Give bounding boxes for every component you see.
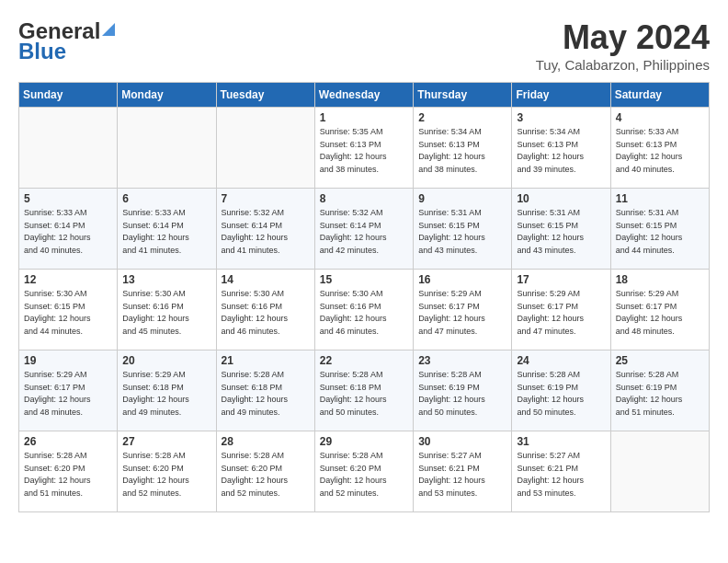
day-number: 22 xyxy=(320,354,408,367)
title-block: May 2024 Tuy, Calabarzon, Philippines xyxy=(536,18,710,73)
day-info: Sunrise: 5:34 AM Sunset: 6:13 PM Dayligh… xyxy=(418,126,506,176)
day-info: Sunrise: 5:27 AM Sunset: 6:21 PM Dayligh… xyxy=(418,450,506,500)
weekday-sunday: Sunday xyxy=(19,83,118,108)
day-info: Sunrise: 5:28 AM Sunset: 6:20 PM Dayligh… xyxy=(320,450,408,500)
calendar-cell: 21Sunrise: 5:28 AM Sunset: 6:18 PM Dayli… xyxy=(216,350,314,431)
day-number: 21 xyxy=(222,354,310,367)
calendar-cell xyxy=(118,108,216,189)
day-number: 13 xyxy=(122,273,210,286)
calendar-cell: 17Sunrise: 5:29 AM Sunset: 6:17 PM Dayli… xyxy=(512,270,610,350)
calendar-cell: 24Sunrise: 5:28 AM Sunset: 6:19 PM Dayli… xyxy=(512,350,610,431)
weekday-tuesday: Tuesday xyxy=(216,83,314,108)
day-info: Sunrise: 5:28 AM Sunset: 6:19 PM Dayligh… xyxy=(418,369,506,419)
calendar-cell: 23Sunrise: 5:28 AM Sunset: 6:19 PM Dayli… xyxy=(414,350,512,431)
day-info: Sunrise: 5:29 AM Sunset: 6:18 PM Dayligh… xyxy=(122,369,210,419)
day-info: Sunrise: 5:28 AM Sunset: 6:18 PM Dayligh… xyxy=(320,369,408,419)
calendar-cell: 6Sunrise: 5:33 AM Sunset: 6:14 PM Daylig… xyxy=(118,189,216,270)
calendar-cell: 3Sunrise: 5:34 AM Sunset: 6:13 PM Daylig… xyxy=(512,108,610,189)
calendar-cell: 12Sunrise: 5:30 AM Sunset: 6:15 PM Dayli… xyxy=(19,270,118,350)
day-number: 17 xyxy=(517,273,605,286)
day-number: 23 xyxy=(418,354,506,367)
calendar-cell: 1Sunrise: 5:35 AM Sunset: 6:13 PM Daylig… xyxy=(314,108,413,189)
day-info: Sunrise: 5:32 AM Sunset: 6:14 PM Dayligh… xyxy=(222,207,310,257)
calendar-cell: 15Sunrise: 5:30 AM Sunset: 6:16 PM Dayli… xyxy=(314,270,413,350)
day-number: 9 xyxy=(418,192,506,205)
weekday-friday: Friday xyxy=(512,83,610,108)
day-number: 16 xyxy=(418,273,506,286)
day-number: 7 xyxy=(222,192,310,205)
calendar-cell: 10Sunrise: 5:31 AM Sunset: 6:15 PM Dayli… xyxy=(512,189,610,270)
week-row-2: 12Sunrise: 5:30 AM Sunset: 6:15 PM Dayli… xyxy=(19,270,710,350)
day-number: 27 xyxy=(122,435,210,448)
week-row-4: 26Sunrise: 5:28 AM Sunset: 6:20 PM Dayli… xyxy=(19,431,710,512)
calendar-cell: 30Sunrise: 5:27 AM Sunset: 6:21 PM Dayli… xyxy=(414,431,512,512)
calendar-cell: 29Sunrise: 5:28 AM Sunset: 6:20 PM Dayli… xyxy=(314,431,413,512)
weekday-wednesday: Wednesday xyxy=(314,83,413,108)
calendar-cell: 19Sunrise: 5:29 AM Sunset: 6:17 PM Dayli… xyxy=(19,350,118,431)
calendar-table: SundayMondayTuesdayWednesdayThursdayFrid… xyxy=(18,82,710,512)
day-info: Sunrise: 5:28 AM Sunset: 6:20 PM Dayligh… xyxy=(122,450,210,500)
logo-arrow-icon xyxy=(102,23,115,36)
calendar-cell: 27Sunrise: 5:28 AM Sunset: 6:20 PM Dayli… xyxy=(118,431,216,512)
calendar-cell: 14Sunrise: 5:30 AM Sunset: 6:16 PM Dayli… xyxy=(216,270,314,350)
calendar-cell xyxy=(19,108,118,189)
day-number: 12 xyxy=(24,273,112,286)
calendar-cell: 28Sunrise: 5:28 AM Sunset: 6:20 PM Dayli… xyxy=(216,431,314,512)
day-info: Sunrise: 5:35 AM Sunset: 6:13 PM Dayligh… xyxy=(320,126,408,176)
day-info: Sunrise: 5:30 AM Sunset: 6:16 PM Dayligh… xyxy=(320,288,408,338)
calendar-cell: 4Sunrise: 5:33 AM Sunset: 6:13 PM Daylig… xyxy=(610,108,709,189)
day-info: Sunrise: 5:27 AM Sunset: 6:21 PM Dayligh… xyxy=(517,450,605,500)
calendar-cell: 22Sunrise: 5:28 AM Sunset: 6:18 PM Dayli… xyxy=(314,350,413,431)
day-number: 15 xyxy=(320,273,408,286)
day-info: Sunrise: 5:33 AM Sunset: 6:14 PM Dayligh… xyxy=(24,207,112,257)
location: Tuy, Calabarzon, Philippines xyxy=(536,57,710,73)
calendar-cell xyxy=(216,108,314,189)
day-info: Sunrise: 5:33 AM Sunset: 6:13 PM Dayligh… xyxy=(616,126,704,176)
day-number: 24 xyxy=(517,354,605,367)
day-info: Sunrise: 5:28 AM Sunset: 6:19 PM Dayligh… xyxy=(616,369,704,419)
day-number: 20 xyxy=(122,354,210,367)
day-info: Sunrise: 5:28 AM Sunset: 6:20 PM Dayligh… xyxy=(24,450,112,500)
month-title: May 2024 xyxy=(536,18,710,57)
calendar-cell: 31Sunrise: 5:27 AM Sunset: 6:21 PM Dayli… xyxy=(512,431,610,512)
day-info: Sunrise: 5:30 AM Sunset: 6:15 PM Dayligh… xyxy=(24,288,112,338)
day-number: 14 xyxy=(222,273,310,286)
day-info: Sunrise: 5:31 AM Sunset: 6:15 PM Dayligh… xyxy=(616,207,704,257)
calendar-cell: 16Sunrise: 5:29 AM Sunset: 6:17 PM Dayli… xyxy=(414,270,512,350)
weekday-monday: Monday xyxy=(118,83,216,108)
day-number: 5 xyxy=(24,192,112,205)
day-info: Sunrise: 5:30 AM Sunset: 6:16 PM Dayligh… xyxy=(222,288,310,338)
day-info: Sunrise: 5:32 AM Sunset: 6:14 PM Dayligh… xyxy=(320,207,408,257)
day-info: Sunrise: 5:29 AM Sunset: 6:17 PM Dayligh… xyxy=(24,369,112,419)
day-number: 1 xyxy=(320,111,408,124)
day-info: Sunrise: 5:30 AM Sunset: 6:16 PM Dayligh… xyxy=(122,288,210,338)
day-number: 8 xyxy=(320,192,408,205)
day-info: Sunrise: 5:28 AM Sunset: 6:19 PM Dayligh… xyxy=(517,369,605,419)
day-number: 4 xyxy=(616,111,704,124)
calendar-cell: 13Sunrise: 5:30 AM Sunset: 6:16 PM Dayli… xyxy=(118,270,216,350)
week-row-3: 19Sunrise: 5:29 AM Sunset: 6:17 PM Dayli… xyxy=(19,350,710,431)
day-info: Sunrise: 5:29 AM Sunset: 6:17 PM Dayligh… xyxy=(616,288,704,338)
day-number: 6 xyxy=(122,192,210,205)
calendar-cell: 5Sunrise: 5:33 AM Sunset: 6:14 PM Daylig… xyxy=(19,189,118,270)
calendar-cell: 18Sunrise: 5:29 AM Sunset: 6:17 PM Dayli… xyxy=(610,270,709,350)
day-info: Sunrise: 5:33 AM Sunset: 6:14 PM Dayligh… xyxy=(122,207,210,257)
calendar-cell: 25Sunrise: 5:28 AM Sunset: 6:19 PM Dayli… xyxy=(610,350,709,431)
weekday-header-row: SundayMondayTuesdayWednesdayThursdayFrid… xyxy=(19,83,710,108)
weekday-thursday: Thursday xyxy=(414,83,512,108)
day-info: Sunrise: 5:29 AM Sunset: 6:17 PM Dayligh… xyxy=(517,288,605,338)
day-info: Sunrise: 5:28 AM Sunset: 6:20 PM Dayligh… xyxy=(222,450,310,500)
week-row-0: 1Sunrise: 5:35 AM Sunset: 6:13 PM Daylig… xyxy=(19,108,710,189)
day-number: 3 xyxy=(517,111,605,124)
weekday-saturday: Saturday xyxy=(610,83,709,108)
day-number: 29 xyxy=(320,435,408,448)
day-number: 19 xyxy=(24,354,112,367)
calendar-cell: 7Sunrise: 5:32 AM Sunset: 6:14 PM Daylig… xyxy=(216,189,314,270)
day-number: 18 xyxy=(616,273,704,286)
day-info: Sunrise: 5:31 AM Sunset: 6:15 PM Dayligh… xyxy=(418,207,506,257)
calendar-cell: 2Sunrise: 5:34 AM Sunset: 6:13 PM Daylig… xyxy=(414,108,512,189)
calendar-body: 1Sunrise: 5:35 AM Sunset: 6:13 PM Daylig… xyxy=(19,108,710,512)
calendar-cell xyxy=(610,431,709,512)
day-number: 26 xyxy=(24,435,112,448)
day-number: 28 xyxy=(222,435,310,448)
